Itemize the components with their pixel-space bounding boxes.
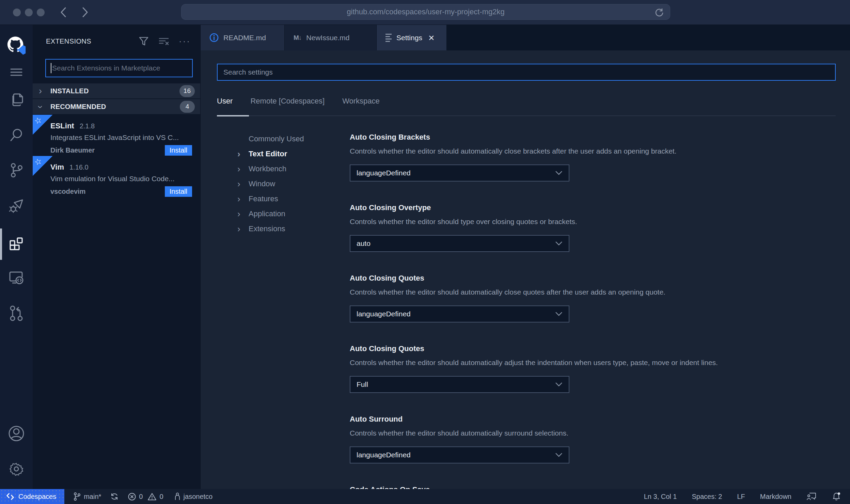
github-codespaces-logo-icon xyxy=(0,35,33,57)
filter-icon[interactable] xyxy=(139,36,149,46)
activity-bar xyxy=(0,25,33,489)
chevron-down-icon xyxy=(555,312,563,316)
install-button[interactable]: Install xyxy=(165,145,192,156)
branch-status-item[interactable]: main* xyxy=(73,492,101,501)
run-debug-icon[interactable] xyxy=(0,195,33,216)
reload-icon[interactable] xyxy=(654,7,664,18)
extensions-sidebar: EXTENSIONS ··· › INSTALL xyxy=(33,25,201,489)
extension-list-item[interactable]: ☆ Vim 1.16.0 Vim emulation for Visual St… xyxy=(33,156,200,197)
menu-icon[interactable] xyxy=(0,62,33,83)
problems-status-item[interactable]: 0 0 xyxy=(128,492,165,501)
settings-entry: Auto Closing Brackets Controls whether t… xyxy=(350,132,836,182)
settings-search-input[interactable] xyxy=(223,68,829,76)
more-actions-icon[interactable]: ··· xyxy=(179,38,191,45)
extensions-search-box[interactable] xyxy=(45,59,193,77)
toc-item[interactable]: › Window xyxy=(249,176,350,191)
settings-entry: Code Actions On Save xyxy=(350,485,836,489)
toc-item[interactable]: › Application xyxy=(249,206,350,221)
toc-item[interactable]: › Text Editor xyxy=(249,146,350,161)
chevron-right-icon: › xyxy=(237,164,249,173)
extension-name: ESLint xyxy=(50,122,74,130)
settings-entry: Auto Surround Controls whether the edito… xyxy=(350,414,836,463)
toc-label: Commonly Used xyxy=(249,135,304,143)
remote-explorer-icon[interactable] xyxy=(0,267,33,288)
chevron-right-icon: › xyxy=(237,179,249,188)
user-status-item[interactable]: jasonetco xyxy=(174,492,213,501)
settings-gear-icon[interactable] xyxy=(0,458,33,479)
scope-tab-remote[interactable]: Remote [Codespaces] xyxy=(250,97,325,107)
url-text: github.com/codespaces/user-my-project-mg… xyxy=(347,7,504,16)
window-minimize-button[interactable] xyxy=(25,9,33,16)
notifications-bell-icon[interactable] xyxy=(832,492,841,501)
tab-label: README.md xyxy=(223,34,266,42)
recommended-ribbon: ☆ xyxy=(33,156,52,176)
settings-entry: Auto Closing Overtype Controls whether t… xyxy=(350,203,836,252)
browser-back-icon[interactable] xyxy=(60,6,67,18)
window-close-button[interactable] xyxy=(13,9,21,16)
settings-scope-tabs: User Remote [Codespaces] Workspace xyxy=(217,94,836,109)
branch-label: main* xyxy=(84,493,101,501)
setting-description: Controls whether the editor should autom… xyxy=(350,147,836,156)
source-control-icon[interactable] xyxy=(0,160,33,181)
search-icon[interactable] xyxy=(0,125,33,146)
tab-readme[interactable]: README.md xyxy=(201,25,285,50)
settings-entry: Auto Closing Quotes Controls whether the… xyxy=(350,273,836,322)
active-scope-underline xyxy=(217,115,249,116)
clear-extensions-search-icon[interactable] xyxy=(158,36,169,46)
status-bar: Codespaces main* 0 0 xyxy=(0,489,850,504)
chevron-right-icon: › xyxy=(237,149,249,158)
tab-bar: README.md M↓ NewIssue.md Settings × xyxy=(201,25,850,50)
settings-search-box[interactable] xyxy=(217,64,836,81)
language-mode-item[interactable]: Markdown xyxy=(760,493,791,501)
toc-label: Features xyxy=(249,194,278,203)
extension-list-item[interactable]: ☆ ESLint 2.1.8 Integrates ESLint JavaScr… xyxy=(33,115,200,156)
person-icon xyxy=(174,492,180,501)
setting-dropdown[interactable]: auto xyxy=(350,235,569,252)
setting-dropdown[interactable]: languageDefined xyxy=(350,164,569,182)
toc-item[interactable]: Commonly Used xyxy=(249,131,350,146)
indentation-item[interactable]: Spaces: 2 xyxy=(692,493,722,501)
window-maximize-button[interactable] xyxy=(37,9,45,16)
section-installed[interactable]: › INSTALLED 16 xyxy=(33,83,200,98)
browser-forward-icon[interactable] xyxy=(81,6,89,18)
extensions-icon[interactable] xyxy=(0,233,33,254)
section-recommended[interactable]: › RECOMMENDED 4 xyxy=(33,99,200,114)
tab-settings[interactable]: Settings × xyxy=(377,25,447,50)
browser-chrome: github.com/codespaces/user-my-project-mg… xyxy=(0,0,850,25)
toc-item[interactable]: › Features xyxy=(249,191,350,206)
settings-entries: Auto Closing Brackets Controls whether t… xyxy=(350,131,836,489)
setting-title: Code Actions On Save xyxy=(350,485,836,489)
errors-icon xyxy=(128,492,136,501)
remote-icon xyxy=(6,492,14,501)
toc-item[interactable]: › Workbench xyxy=(249,161,350,176)
pull-requests-icon[interactable] xyxy=(0,303,33,324)
setting-dropdown[interactable]: Full xyxy=(350,376,569,393)
setting-dropdown[interactable]: languageDefined xyxy=(350,305,569,322)
tab-label: Settings xyxy=(396,34,422,42)
explorer-icon[interactable] xyxy=(0,89,33,110)
install-button[interactable]: Install xyxy=(165,186,192,197)
sync-status-item[interactable] xyxy=(110,492,119,501)
setting-title: Auto Surround xyxy=(350,414,836,424)
setting-value: languageDefined xyxy=(357,310,555,318)
info-icon xyxy=(209,33,219,42)
scope-tab-user[interactable]: User xyxy=(217,97,233,107)
cursor-position-item[interactable]: Ln 3, Col 1 xyxy=(644,493,677,501)
window-controls[interactable] xyxy=(13,9,45,16)
chevron-down-icon xyxy=(555,453,563,457)
setting-dropdown[interactable]: languageDefined xyxy=(350,446,569,463)
chevron-down-icon xyxy=(555,241,563,246)
eol-item[interactable]: LF xyxy=(737,493,745,501)
branch-icon xyxy=(73,492,81,501)
extensions-search-input[interactable] xyxy=(52,64,187,72)
chevron-right-icon: › xyxy=(237,194,249,203)
url-bar[interactable]: github.com/codespaces/user-my-project-mg… xyxy=(181,4,670,20)
account-icon[interactable] xyxy=(0,423,33,444)
feedback-icon[interactable] xyxy=(806,492,817,501)
scope-tab-workspace[interactable]: Workspace xyxy=(342,97,380,107)
extension-description: Integrates ESLint JavaScript into VS C..… xyxy=(50,133,192,142)
toc-item[interactable]: › Extensions xyxy=(249,221,350,236)
tab-newissue[interactable]: M↓ NewIssue.md xyxy=(285,25,377,50)
close-tab-icon[interactable]: × xyxy=(428,34,435,42)
codespaces-status-item[interactable]: Codespaces xyxy=(0,489,64,504)
